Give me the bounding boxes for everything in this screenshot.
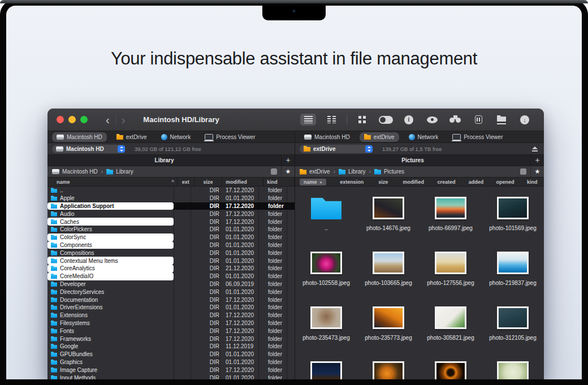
grid-item[interactable]: photo-305821.jpeg — [420, 301, 482, 356]
add-tab-button[interactable]: + — [281, 155, 295, 166]
list-row[interactable]: Contextual Menu ItemsDIR01.01.2020folder — [47, 257, 295, 265]
file-name: Contextual Menu Items — [47, 257, 174, 265]
list-row[interactable]: AppleDIR01.01.2020folder — [47, 194, 295, 202]
preview-eye-icon[interactable] — [424, 114, 440, 126]
list-row[interactable]: CoreMediaIODIR01.01.2020folder — [47, 272, 295, 280]
search-binoculars-icon[interactable] — [447, 114, 463, 126]
grid-item[interactable] — [357, 356, 420, 379]
breadcrumb-item-pictures[interactable]: Pictures — [374, 168, 404, 175]
column-header-added[interactable]: added — [462, 179, 490, 185]
tab-network[interactable]: Network — [404, 132, 443, 142]
list-row[interactable]: CompositionsDIR01.01.2020folder — [47, 249, 295, 257]
file-kind-cell: folder — [265, 241, 295, 249]
breadcrumb-item-extdrive[interactable]: extDrive — [300, 168, 330, 175]
favorite-star-button[interactable]: ★ — [530, 166, 544, 177]
list-row[interactable]: ColorSyncDIR01.01.2020folder — [47, 233, 295, 241]
list-row[interactable]: ExtensionsDIR17.12.2020folder — [47, 312, 295, 319]
list-row[interactable]: ColorPickersDIR01.01.2020folder — [47, 226, 295, 233]
list-row[interactable]: GraphicsDIR01.01.2020folder — [47, 358, 295, 366]
grid-item[interactable]: photo-14676.jpeg — [357, 191, 420, 246]
grid-item[interactable] — [295, 356, 357, 379]
favorite-star-button[interactable]: ★ — [281, 166, 295, 177]
drive-selector[interactable]: extDrive — [300, 145, 373, 153]
list-row[interactable]: CachesDIR17.12.2020folder — [47, 218, 295, 226]
column-header-modified[interactable]: modified — [222, 178, 263, 186]
column-header-extension[interactable]: extension — [333, 179, 370, 185]
grid-item[interactable]: photo-103665.jpeg — [357, 246, 420, 301]
drive-selector[interactable]: Macintosh HD — [52, 145, 126, 153]
column-header-size[interactable]: size — [370, 179, 396, 185]
grid-item-label: photo-235473.jpeg — [298, 335, 354, 341]
tab-extdrive[interactable]: extDrive — [360, 132, 399, 142]
list-row[interactable]: DriverExtensionsDIR01.01.2020folder — [47, 304, 295, 312]
list-row[interactable]: ..DIR17.12.2020folder — [47, 187, 295, 194]
grid-item[interactable]: photo-235473.jpeg — [295, 301, 357, 356]
column-header-ext[interactable]: ext — [177, 178, 194, 186]
grid-item[interactable]: photo-219837.jpeg — [482, 246, 544, 301]
network-folder-icon[interactable] — [494, 114, 509, 126]
tab-process-viewer[interactable]: Process Viewer — [448, 132, 507, 142]
list-row[interactable]: Input MethodsDIR01.01.2020folder — [47, 374, 295, 379]
drive-stepper-icon[interactable] — [118, 145, 125, 153]
list-row[interactable]: FrameworksDIR17.12.2020folder — [47, 335, 295, 343]
column-header-size[interactable]: size — [194, 178, 222, 186]
list-row[interactable]: FontsDIR17.12.2020folder — [47, 327, 295, 335]
list-row[interactable]: CoreAnalyticsDIR21.12.2020folder — [47, 265, 295, 272]
view-thumbs-icon[interactable] — [354, 114, 370, 126]
view-brief-icon[interactable] — [323, 114, 339, 126]
list-row[interactable]: DirectoryServicesDIR01.01.2020folder — [47, 288, 295, 296]
list-row[interactable]: GoogleDIR11.12.2019folder — [47, 343, 295, 351]
tab-process-viewer[interactable]: Process Viewer — [200, 132, 260, 142]
breadcrumb-item-library[interactable]: Library — [106, 168, 133, 175]
column-header-kind[interactable]: kind — [520, 179, 544, 185]
back-button[interactable]: ‹ — [100, 114, 115, 126]
file-size-cell: DIR — [191, 218, 222, 226]
list-row[interactable]: GPUBundlesDIR01.01.2020folder — [47, 351, 295, 358]
breadcrumb-item-macintosh-hd[interactable]: Macintosh HD — [52, 168, 98, 175]
queue-icon[interactable] — [470, 114, 486, 126]
column-header-opened[interactable]: opened — [490, 179, 521, 185]
column-header-modified[interactable]: modified — [396, 179, 430, 185]
downloads-icon[interactable] — [517, 114, 533, 126]
list-row[interactable]: FilesystemsDIR17.12.2020folder — [47, 319, 295, 327]
grid-item[interactable]: photo-235773.jpeg — [357, 301, 420, 356]
grid-item[interactable] — [482, 356, 544, 379]
add-tab-button[interactable]: + — [530, 155, 544, 166]
forward-button[interactable]: › — [116, 114, 131, 126]
column-header-kind[interactable]: kind — [263, 178, 294, 186]
grid-item[interactable]: .. — [295, 191, 357, 246]
select-toggle-button[interactable] — [271, 168, 277, 175]
grid-item[interactable] — [420, 356, 482, 379]
list-row[interactable]: Application SupportDIR17.12.2020folder — [47, 202, 295, 210]
eject-button[interactable] — [531, 146, 538, 152]
grid-item[interactable]: photo-312105.jpeg — [482, 301, 544, 356]
folder-icon — [51, 211, 57, 217]
file-name-label: Extensions — [60, 312, 88, 318]
list-row[interactable]: AudioDIR17.12.2020folder — [47, 210, 295, 218]
column-header-name[interactable]: name^ — [47, 178, 177, 186]
list-row[interactable]: DeveloperDIR06.09.2019folder — [47, 280, 295, 288]
close-button[interactable] — [57, 116, 64, 123]
grid-item[interactable]: photo-102558.jpeg — [295, 246, 357, 301]
tab-macintosh-hd[interactable]: Macintosh HD — [300, 132, 354, 142]
list-row[interactable]: Image CaptureDIR17.12.2020folder — [47, 366, 295, 374]
column-header-created[interactable]: created — [431, 179, 462, 185]
select-toggle-button[interactable] — [520, 168, 526, 175]
tab-macintosh-hd[interactable]: Macintosh HD — [52, 132, 107, 142]
file-kind-cell: folder — [265, 226, 295, 233]
breadcrumb-item-library[interactable]: Library — [339, 168, 366, 175]
zoom-button[interactable] — [80, 116, 88, 123]
grid-item[interactable]: photo-127556.jpeg — [420, 246, 482, 301]
info-icon[interactable] — [401, 114, 417, 126]
tab-network[interactable]: Network — [157, 132, 196, 142]
grid-item[interactable]: photo-101569.jpeg — [482, 191, 544, 246]
view-list-icon[interactable] — [300, 114, 316, 126]
minimize-button[interactable] — [68, 116, 76, 123]
grid-item[interactable]: photo-66997.jpeg — [420, 191, 482, 246]
drive-stepper-icon[interactable] — [365, 145, 373, 153]
list-row[interactable]: DocumentationDIR17.12.2020folder — [47, 296, 295, 304]
column-header-name[interactable]: name▲ — [300, 179, 326, 185]
tab-extdrive[interactable]: extDrive — [112, 132, 152, 142]
panel-toggle-icon[interactable] — [378, 114, 394, 126]
list-row[interactable]: ComponentsDIR01.01.2020folder — [47, 241, 295, 249]
